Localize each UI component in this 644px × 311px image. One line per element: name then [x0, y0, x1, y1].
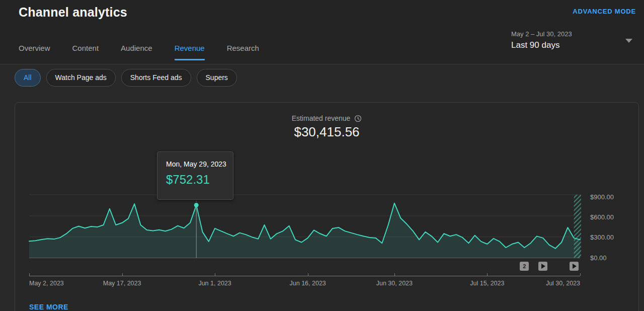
x-axis-tick	[394, 273, 395, 276]
analytics-tabs: Overview Content Audience Revenue Resear…	[19, 44, 259, 60]
y-axis-label: $600.00	[590, 213, 614, 221]
see-more-link[interactable]: SEE MORE	[29, 303, 68, 311]
x-axis-label: Jul 15, 2023	[470, 280, 504, 287]
x-axis-label: Jun 1, 2023	[198, 280, 231, 287]
play-icon	[573, 264, 577, 269]
filter-chip-all[interactable]: All	[15, 69, 41, 87]
tab-overview[interactable]: Overview	[19, 44, 50, 60]
x-axis-tick	[29, 273, 30, 276]
advanced-mode-button[interactable]: ADVANCED MODE	[573, 8, 636, 15]
video-marker-count: 2	[523, 263, 526, 269]
filter-chip-supers[interactable]: Supers	[197, 69, 237, 87]
x-axis-label: May 2, 2023	[29, 280, 64, 287]
tooltip-date: Mon, May 29, 2023	[166, 160, 233, 168]
play-icon	[541, 264, 545, 269]
date-preset-text: Last 90 days	[511, 40, 637, 50]
y-axis-label: $900.00	[590, 193, 614, 201]
page-title: Channel analytics	[19, 5, 127, 20]
x-axis-label: May 17, 2023	[103, 280, 141, 287]
video-marker-badge[interactable]	[570, 262, 579, 271]
filter-chip-watch-page-ads[interactable]: Watch Page ads	[46, 69, 116, 87]
x-axis-label: Jul 30, 2023	[546, 280, 580, 287]
x-axis-tick	[215, 273, 215, 276]
date-range-text: May 2 – Jul 30, 2023	[511, 30, 637, 38]
x-axis-tick	[308, 273, 308, 276]
tab-audience[interactable]: Audience	[121, 44, 152, 60]
tab-revenue[interactable]: Revenue	[175, 44, 205, 60]
y-axis-label: $300.00	[590, 234, 614, 241]
tab-content[interactable]: Content	[72, 44, 99, 60]
video-marker-badge[interactable]	[538, 262, 547, 271]
tab-research[interactable]: Research	[227, 44, 259, 60]
caret-down-icon[interactable]	[625, 39, 632, 43]
y-axis-label: $0.00	[590, 254, 607, 262]
revenue-filter-chips: All Watch Page ads Shorts Feed ads Super…	[15, 69, 237, 87]
x-axis-tick	[122, 273, 123, 276]
chart-tooltip: Mon, May 29, 2023 $752.31	[157, 151, 233, 200]
revenue-card: Estimated revenue $30,415.56 Mon, May 29…	[15, 102, 639, 311]
x-axis-line	[29, 276, 580, 276]
video-marker-count-badge[interactable]: 2	[520, 262, 529, 271]
x-axis-label: Jun 30, 2023	[376, 280, 413, 287]
date-range-picker[interactable]: May 2 – Jul 30, 2023 Last 90 days	[511, 30, 637, 50]
x-axis-tick	[580, 273, 581, 276]
tooltip-value: $752.31	[166, 173, 233, 187]
x-axis-label: Jun 16, 2023	[290, 280, 326, 287]
filter-chip-shorts-feed-ads[interactable]: Shorts Feed ads	[121, 69, 191, 87]
x-axis-tick	[487, 273, 488, 276]
